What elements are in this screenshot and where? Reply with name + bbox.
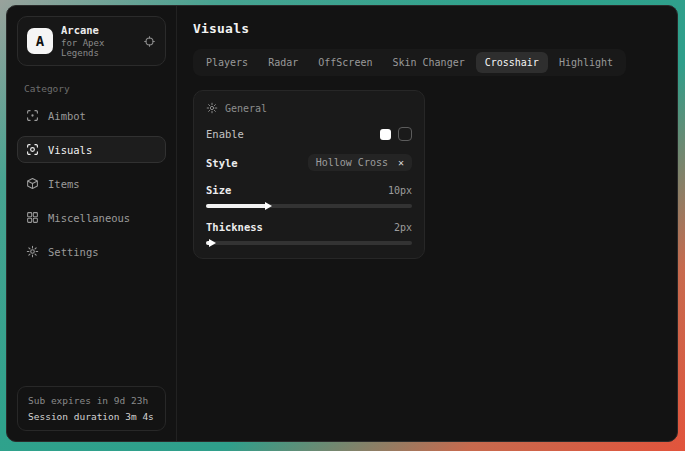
tab-crosshair[interactable]: Crosshair xyxy=(476,52,548,73)
thickness-value: 2px xyxy=(394,222,412,233)
panel-header: General xyxy=(206,102,412,114)
style-selected-value: Hollow Cross xyxy=(316,157,388,168)
eye-scan-icon xyxy=(26,143,39,156)
size-slider[interactable] xyxy=(206,204,412,208)
sidebar-item-label: Visuals xyxy=(48,144,92,156)
session-duration-text: Session duration 3m 4s xyxy=(28,411,155,422)
app-window: A Arcane for Apex Legends Category xyxy=(6,5,678,442)
close-icon[interactable]: ✕ xyxy=(398,158,404,168)
tab-players[interactable]: Players xyxy=(197,52,257,73)
target-icon[interactable] xyxy=(143,35,156,48)
sidebar-item-label: Aimbot xyxy=(48,110,86,122)
style-row: Style Hollow Cross ✕ xyxy=(206,154,412,171)
subscription-status-card: Sub expires in 9d 23h Session duration 3… xyxy=(17,386,166,431)
sub-expires-text: Sub expires in 9d 23h xyxy=(28,395,155,406)
size-slider-thumb[interactable] xyxy=(265,202,272,210)
enable-checkbox[interactable] xyxy=(380,129,391,140)
sidebar-item-label: Miscellaneous xyxy=(48,212,130,224)
sidebar-nav: Aimbot Visuals Items xyxy=(17,102,166,265)
gear-icon xyxy=(26,245,39,258)
sidebar-item-miscellaneous[interactable]: Miscellaneous xyxy=(17,204,166,231)
thickness-slider[interactable] xyxy=(206,241,412,245)
sidebar-item-aimbot[interactable]: Aimbot xyxy=(17,102,166,129)
gear-icon xyxy=(206,102,218,114)
tab-skin-changer[interactable]: Skin Changer xyxy=(383,52,473,73)
thickness-label: Thickness xyxy=(206,221,263,233)
cube-icon xyxy=(26,177,39,190)
enable-keybind-box[interactable] xyxy=(398,127,412,141)
page-title: Visuals xyxy=(193,21,661,36)
category-label: Category xyxy=(24,83,166,94)
sidebar: A Arcane for Apex Legends Category xyxy=(7,6,177,441)
app-logo: A xyxy=(27,28,53,54)
thickness-slider-thumb[interactable] xyxy=(209,239,216,247)
general-panel: General Enable Style Hollow Cross ✕ Size… xyxy=(193,90,425,259)
logo-card: A Arcane for Apex Legends xyxy=(17,16,166,66)
enable-controls xyxy=(380,127,412,141)
sidebar-item-label: Settings xyxy=(48,246,99,258)
tab-offscreen[interactable]: OffScreen xyxy=(309,52,381,73)
style-label: Style xyxy=(206,157,238,169)
main-content: Visuals Players Radar OffScreen Skin Cha… xyxy=(177,6,677,441)
crosshair-scan-icon xyxy=(26,109,39,122)
grid-icon xyxy=(26,211,39,224)
tab-bar: Players Radar OffScreen Skin Changer Cro… xyxy=(193,49,626,76)
size-label: Size xyxy=(206,184,231,196)
tab-highlight[interactable]: Highlight xyxy=(550,52,622,73)
style-select[interactable]: Hollow Cross ✕ xyxy=(308,154,412,171)
size-row: Size 10px xyxy=(206,184,412,196)
sidebar-item-label: Items xyxy=(48,178,80,190)
sidebar-spacer xyxy=(17,265,166,386)
tab-radar[interactable]: Radar xyxy=(259,52,307,73)
thickness-row: Thickness 2px xyxy=(206,221,412,233)
sidebar-item-settings[interactable]: Settings xyxy=(17,238,166,265)
logo-text: Arcane for Apex Legends xyxy=(61,24,135,58)
enable-row: Enable xyxy=(206,127,412,141)
size-slider-fill xyxy=(206,204,268,208)
app-name: Arcane xyxy=(61,24,135,36)
sidebar-item-visuals[interactable]: Visuals xyxy=(17,136,166,163)
size-value: 10px xyxy=(388,185,412,196)
enable-label: Enable xyxy=(206,128,244,140)
panel-title: General xyxy=(225,103,267,114)
app-subtitle: for Apex Legends xyxy=(61,38,135,58)
sidebar-item-items[interactable]: Items xyxy=(17,170,166,197)
